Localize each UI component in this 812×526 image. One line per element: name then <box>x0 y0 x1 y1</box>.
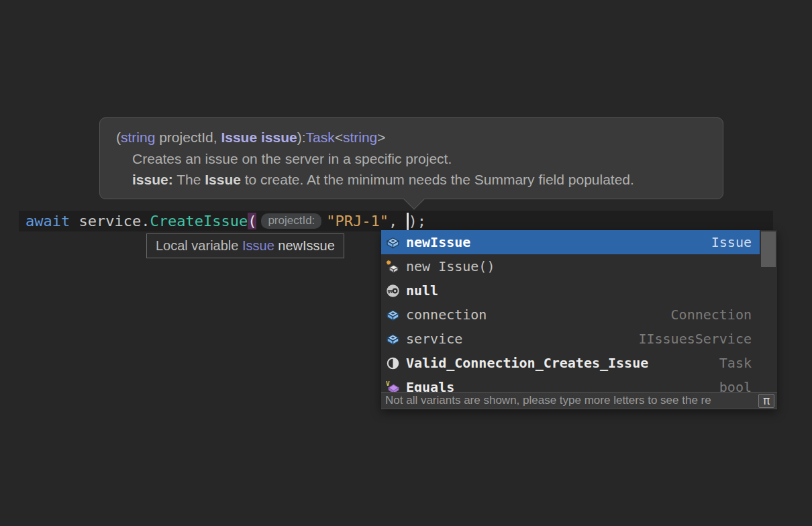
completion-item-type: bool <box>719 379 752 392</box>
parameter-name: issue: <box>132 172 173 187</box>
signature-close-paren: ): <box>297 129 306 145</box>
method-icon <box>386 356 400 370</box>
method-signature: (string projectId, Issue issue):Task<str… <box>116 127 707 148</box>
parameter-text-2: to create. At the minimum needs the Summ… <box>241 172 634 187</box>
signature-param-type: string <box>121 129 155 145</box>
method-description: Creates an issue on the server in a spec… <box>116 148 707 169</box>
dot-token: . <box>141 213 150 229</box>
completion-item-newissue[interactable]: newIssueIssue <box>381 230 760 254</box>
svg-text:V: V <box>386 380 390 387</box>
variable-icon <box>386 308 400 322</box>
string-argument-token: "PRJ-1" <box>326 213 389 229</box>
completion-item-type: Issue <box>711 234 752 250</box>
completion-item-label: newIssue <box>406 234 470 250</box>
parameter-text: The <box>173 172 205 187</box>
parameter-type-emphasis: Issue <box>205 172 241 187</box>
keyword-icon <box>386 284 400 298</box>
footer-message: Not all variants are shown, please type … <box>385 394 711 407</box>
signature-current-param: Issue issue <box>221 129 297 145</box>
local-variable-tooltip: Local variable Issue newIssue <box>146 233 344 258</box>
completion-item-null[interactable]: null <box>381 278 760 303</box>
local-tooltip-name: newIssue <box>274 238 335 253</box>
completion-item-label: Valid_Connection_Creates_Issue <box>406 355 648 371</box>
completion-item-type: Task <box>719 355 752 371</box>
space-token <box>70 213 79 229</box>
completion-item-type: IIssuesService <box>638 331 752 347</box>
completion-item-label: new Issue() <box>406 258 495 274</box>
tooltip-pointer-notch <box>403 189 424 209</box>
pi-shortcut-badge: π <box>758 394 774 408</box>
completion-item-test-method[interactable]: Valid_Connection_Creates_IssueTask <box>381 351 760 375</box>
completion-item-label: connection <box>406 307 487 323</box>
variable-icon <box>386 235 400 250</box>
override-method-icon: V <box>386 380 400 392</box>
completion-item-service[interactable]: serviceIIssuesService <box>381 327 760 351</box>
completion-item-connection[interactable]: connectionConnection <box>381 303 760 327</box>
comma-token: , <box>389 213 407 229</box>
signature-param-name: projectId, <box>155 129 221 145</box>
completion-item-label: service <box>406 331 462 347</box>
completion-footer: Not all variants are shown, please type … <box>381 392 777 409</box>
keyword-token: await <box>26 213 70 229</box>
object-token: service <box>79 213 141 229</box>
completion-item-equals[interactable]: V Equalsbool <box>381 375 760 392</box>
ide-editor-screen: (string projectId, Issue issue):Task<str… <box>0 0 812 526</box>
signature-generic-type: string <box>343 129 377 145</box>
signature-open-paren: ( <box>116 129 121 145</box>
variable-icon <box>386 332 400 346</box>
parameter-inlay-hint: projectId: <box>261 213 321 229</box>
signature-return-type: Task <box>305 129 334 145</box>
method-token: CreateIssue <box>150 213 248 229</box>
code-editor-line[interactable]: await service.CreateIssue(projectId:"PRJ… <box>19 211 773 231</box>
signature-angle-open: < <box>335 129 343 145</box>
local-tooltip-type: Issue <box>242 238 274 253</box>
completion-item-new-issue[interactable]: new Issue() <box>381 254 760 278</box>
local-tooltip-prefix: Local variable <box>156 238 242 253</box>
signature-angle-close: > <box>377 129 385 145</box>
documentation-tooltip: (string projectId, Issue issue):Task<str… <box>99 117 723 199</box>
matched-brace-token: ( <box>248 213 256 229</box>
completion-item-label: null <box>406 282 438 299</box>
completion-item-type: Connection <box>671 307 752 323</box>
completion-scrollbar[interactable] <box>760 230 777 392</box>
new-object-icon <box>386 260 400 274</box>
completion-popup: newIssueIssue new Issue() null connectio… <box>381 230 777 409</box>
closing-tokens: ); <box>409 213 427 229</box>
completion-item-label: Equals <box>406 379 454 392</box>
parameter-description: issue: The Issue to create. At the minim… <box>116 169 707 190</box>
scrollbar-thumb[interactable] <box>761 231 776 267</box>
completion-list: newIssueIssue new Issue() null connectio… <box>381 230 760 392</box>
